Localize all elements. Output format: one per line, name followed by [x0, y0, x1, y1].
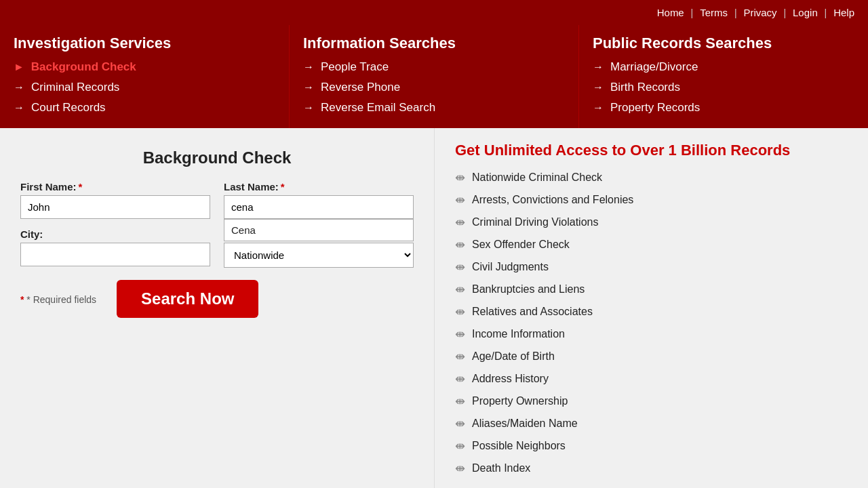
record-label-4: Civil Judgments — [472, 261, 549, 273]
left-column: Background Check First Name:* Last Name:… — [0, 128, 434, 488]
city-group: City: — [20, 228, 210, 268]
first-name-label: First Name:* — [20, 181, 210, 192]
nav-item-people-trace-label: People Trace — [321, 60, 389, 74]
record-label-2: Criminal Driving Violations — [472, 216, 598, 228]
nav-panel-investigation-title: Investigation Services — [14, 35, 275, 52]
first-name-input[interactable] — [20, 195, 210, 219]
nav-home[interactable]: Home — [657, 7, 684, 18]
nav-item-marriage-divorce[interactable]: → Marriage/Divorce — [593, 60, 854, 74]
record-arrow-icon-12: ⇼ — [455, 439, 465, 453]
record-arrow-icon-13: ⇼ — [455, 461, 465, 476]
record-arrow-icon-5: ⇼ — [455, 282, 465, 297]
nav-item-reverse-phone-label: Reverse Phone — [321, 81, 400, 94]
records-title: Get Unlimited Access to Over 1 Billion R… — [455, 142, 854, 159]
record-arrow-icon-7: ⇼ — [455, 327, 465, 342]
record-arrow-icon-6: ⇼ — [455, 304, 465, 319]
arrow-icon-birth-records: → — [593, 81, 604, 94]
record-item-4: ⇼ Civil Judgments — [455, 260, 854, 274]
nav-privacy[interactable]: Privacy — [743, 7, 776, 18]
arrow-icon-court-records: → — [14, 102, 24, 114]
nav-login[interactable]: Login — [793, 7, 818, 18]
nav-item-marriage-divorce-label: Marriage/Divorce — [610, 60, 698, 74]
record-label-8: Age/Date of Birth — [472, 350, 555, 363]
record-label-0: Nationwide Criminal Check — [472, 171, 602, 184]
record-arrow-icon-1: ⇼ — [455, 192, 465, 207]
main-content: Background Check First Name:* Last Name:… — [0, 128, 868, 488]
nav-item-background-check-label: Background Check — [31, 60, 136, 74]
required-note: * * Required fields — [20, 294, 96, 305]
record-arrow-icon-4: ⇼ — [455, 260, 465, 274]
arrow-icon-property-records: → — [593, 102, 604, 114]
record-arrow-icon-0: ⇼ — [455, 170, 465, 185]
nav-help[interactable]: Help — [833, 7, 854, 18]
record-arrow-icon-8: ⇼ — [455, 349, 465, 364]
record-arrow-icon-3: ⇼ — [455, 237, 465, 252]
record-item-7: ⇼ Income Information — [455, 327, 854, 342]
first-name-group: First Name:* — [20, 181, 210, 219]
top-nav: Home | Terms | Privacy | Login | Help — [0, 0, 868, 25]
nav-panel-public-records: Public Records Searches → Marriage/Divor… — [579, 25, 868, 128]
last-name-group: Last Name:* Cena — [224, 181, 414, 219]
record-item-2: ⇼ Criminal Driving Violations — [455, 215, 854, 230]
record-item-3: ⇼ Sex Offender Check — [455, 237, 854, 252]
nav-item-reverse-email[interactable]: → Reverse Email Search — [303, 101, 565, 115]
arrow-icon-background-check: ► — [14, 61, 24, 73]
record-item-10: ⇼ Property Ownership — [455, 394, 854, 409]
nav-panel-public-records-title: Public Records Searches — [593, 35, 854, 52]
nav-item-criminal-records[interactable]: → Criminal Records — [14, 81, 275, 94]
last-name-label: Last Name:* — [224, 181, 414, 192]
nav-item-court-records[interactable]: → Court Records — [14, 101, 275, 115]
record-item-9: ⇼ Address History — [455, 371, 854, 386]
arrow-icon-people-trace: → — [303, 61, 314, 73]
record-item-12: ⇼ Possible Neighbors — [455, 439, 854, 453]
nav-item-background-check[interactable]: ► Background Check — [14, 60, 275, 74]
record-arrow-icon-11: ⇼ — [455, 416, 465, 431]
record-label-1: Arrests, Convictions and Felonies — [472, 194, 633, 206]
nav-item-reverse-phone[interactable]: → Reverse Phone — [303, 81, 565, 94]
autocomplete-item-cena[interactable]: Cena — [224, 220, 413, 241]
arrow-icon-reverse-email: → — [303, 102, 314, 114]
nav-panel-information: Information Searches → People Trace → Re… — [290, 25, 579, 128]
nav-item-reverse-email-label: Reverse Email Search — [321, 101, 435, 115]
record-label-9: Address History — [472, 373, 549, 385]
record-arrow-icon-10: ⇼ — [455, 394, 465, 409]
nav-panel-investigation: Investigation Services ► Background Chec… — [0, 25, 290, 128]
form-area: Background Check First Name:* Last Name:… — [0, 128, 434, 488]
record-item-13: ⇼ Death Index — [455, 461, 854, 476]
record-arrow-icon-2: ⇼ — [455, 215, 465, 230]
record-item-11: ⇼ Aliases/Maiden Name — [455, 416, 854, 431]
nav-item-birth-records-label: Birth Records — [610, 81, 680, 94]
record-item-8: ⇼ Age/Date of Birth — [455, 349, 854, 364]
nav-item-birth-records[interactable]: → Birth Records — [593, 81, 854, 94]
nav-panels: Investigation Services ► Background Chec… — [0, 25, 868, 128]
city-label: City: — [20, 228, 210, 240]
record-label-10: Property Ownership — [472, 395, 568, 407]
record-label-6: Relatives and Associates — [472, 306, 593, 318]
record-label-12: Possible Neighbors — [472, 440, 566, 452]
record-label-11: Aliases/Maiden Name — [472, 418, 578, 430]
arrow-icon-marriage-divorce: → — [593, 61, 604, 73]
arrow-icon-reverse-phone: → — [303, 81, 314, 94]
search-button[interactable]: Search Now — [117, 280, 258, 318]
form-title: Background Check — [20, 148, 414, 167]
city-input[interactable] — [20, 243, 210, 266]
autocomplete-dropdown: Cena — [224, 219, 414, 241]
nav-item-court-records-label: Court Records — [31, 101, 106, 115]
record-arrow-icon-9: ⇼ — [455, 371, 465, 386]
record-label-7: Income Information — [472, 328, 565, 340]
state-select[interactable]: NationwideAlabamaAlaskaArizonaArkansasCa… — [224, 243, 414, 268]
record-item-0: ⇼ Nationwide Criminal Check — [455, 170, 854, 185]
records-panel: Get Unlimited Access to Over 1 Billion R… — [434, 128, 868, 488]
record-label-3: Sex Offender Check — [472, 239, 570, 251]
nav-item-criminal-records-label: Criminal Records — [31, 81, 119, 94]
record-item-1: ⇼ Arrests, Convictions and Felonies — [455, 192, 854, 207]
nav-item-property-records[interactable]: → Property Records — [593, 101, 854, 115]
record-item-6: ⇼ Relatives and Associates — [455, 304, 854, 319]
record-label-13: Death Index — [472, 462, 530, 474]
nav-item-people-trace[interactable]: → People Trace — [303, 60, 565, 74]
name-row: First Name:* Last Name:* Cena — [20, 181, 414, 219]
form-actions-row: * * Required fields Search Now — [20, 277, 414, 318]
nav-terms[interactable]: Terms — [700, 7, 728, 18]
arrow-icon-criminal-records: → — [14, 81, 24, 94]
last-name-input[interactable] — [224, 195, 414, 219]
